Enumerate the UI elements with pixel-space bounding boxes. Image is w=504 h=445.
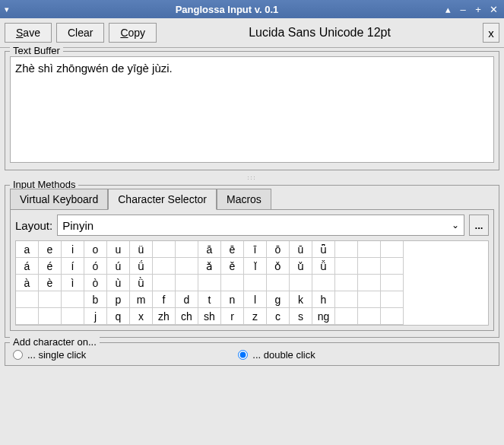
char-cell[interactable]: ǚ <box>312 258 335 275</box>
char-cell[interactable]: t <box>198 291 221 308</box>
tab-character-selector[interactable]: Character Selector <box>108 189 217 210</box>
single-click-label: ... single click <box>27 349 86 361</box>
char-cell-empty <box>39 308 62 325</box>
char-cell-empty <box>153 258 176 275</box>
shade-icon[interactable]: ▴ <box>442 4 454 15</box>
single-click-option[interactable]: ... single click <box>13 349 86 361</box>
char-cell[interactable]: r <box>221 308 244 325</box>
close-font-button[interactable]: x <box>483 23 499 43</box>
char-cell[interactable]: ǎ <box>198 258 221 275</box>
char-cell[interactable]: í <box>62 258 84 275</box>
char-cell[interactable]: o <box>84 241 107 258</box>
char-cell[interactable]: x <box>130 308 153 325</box>
char-cell-empty <box>381 291 404 308</box>
clear-button[interactable]: Clear <box>56 23 104 43</box>
char-cell[interactable]: ǖ <box>312 241 335 258</box>
char-cell[interactable]: f <box>153 291 176 308</box>
char-cell[interactable]: h <box>312 291 335 308</box>
char-cell[interactable]: p <box>107 291 130 308</box>
char-cell[interactable]: ü <box>130 241 153 258</box>
char-cell[interactable]: ch <box>176 308 198 325</box>
char-cell[interactable]: à <box>16 275 39 291</box>
char-cell-empty <box>381 308 404 325</box>
char-cell[interactable]: c <box>267 308 290 325</box>
char-cell[interactable]: z <box>244 308 267 325</box>
save-button[interactable]: Save <box>5 23 52 43</box>
input-methods-group: Input Methods Virtual Keyboard Character… <box>5 185 499 338</box>
char-cell[interactable]: k <box>290 291 312 308</box>
char-cell-empty <box>153 275 176 291</box>
single-click-radio[interactable] <box>13 350 23 360</box>
char-cell[interactable]: d <box>176 291 198 308</box>
char-cell[interactable]: á <box>16 258 39 275</box>
char-cell-empty <box>335 241 358 258</box>
char-cell[interactable]: ū <box>290 241 312 258</box>
tab-virtual-keyboard[interactable]: Virtual Keyboard <box>10 189 108 210</box>
char-cell[interactable]: ó <box>84 258 107 275</box>
char-cell-empty <box>335 308 358 325</box>
char-cell-empty <box>335 258 358 275</box>
char-cell[interactable]: ì <box>62 275 84 291</box>
char-cell-empty <box>176 275 198 291</box>
char-cell-empty <box>176 241 198 258</box>
char-cell[interactable]: zh <box>153 308 176 325</box>
char-cell[interactable]: u <box>107 241 130 258</box>
char-cell[interactable]: ǘ <box>130 258 153 275</box>
char-cell[interactable]: ng <box>312 308 335 325</box>
text-buffer-input[interactable] <box>10 56 494 163</box>
char-cell-empty <box>290 275 312 291</box>
character-grid: aeiouüāēīōūǖáéíóúǘǎěǐǒǔǚàèìòùǜbpmfdtnlgk… <box>15 240 489 326</box>
char-cell[interactable]: ǔ <box>290 258 312 275</box>
double-click-option[interactable]: ... double click <box>238 349 315 361</box>
tab-content: Layout: Pinyin ⌄ ... aeiouüāēīōūǖáéíóúǘǎ… <box>10 209 494 331</box>
char-cell-empty <box>221 275 244 291</box>
char-cell[interactable]: ù <box>107 275 130 291</box>
layout-label: Layout: <box>15 219 52 232</box>
char-cell[interactable]: j <box>84 308 107 325</box>
layout-select[interactable]: Pinyin ⌄ <box>57 215 464 236</box>
double-click-label: ... double click <box>252 349 315 361</box>
char-cell[interactable]: ò <box>84 275 107 291</box>
char-cell[interactable]: è <box>39 275 62 291</box>
double-click-radio[interactable] <box>238 350 248 360</box>
char-cell[interactable]: ē <box>221 241 244 258</box>
char-cell[interactable]: é <box>39 258 62 275</box>
char-cell-empty <box>62 308 84 325</box>
char-cell[interactable]: g <box>267 291 290 308</box>
char-cell[interactable]: s <box>290 308 312 325</box>
toolbar: Save Clear Copy Lucida Sans Unicode 12pt… <box>0 18 504 48</box>
char-cell-empty <box>358 291 381 308</box>
text-buffer-label: Text Buffer <box>10 45 63 56</box>
char-cell-empty <box>358 258 381 275</box>
app-menu-icon[interactable]: ▾ <box>5 5 9 14</box>
char-cell[interactable]: m <box>130 291 153 308</box>
char-cell-empty <box>381 258 404 275</box>
char-cell[interactable]: ō <box>267 241 290 258</box>
char-cell[interactable]: sh <box>198 308 221 325</box>
char-cell[interactable]: ǐ <box>244 258 267 275</box>
tabs: Virtual Keyboard Character Selector Macr… <box>5 186 499 210</box>
layout-more-button[interactable]: ... <box>469 215 489 236</box>
char-cell[interactable]: q <box>107 308 130 325</box>
tab-macros[interactable]: Macros <box>217 189 271 210</box>
maximize-icon[interactable]: + <box>472 4 484 15</box>
close-icon[interactable]: ✕ <box>487 4 499 15</box>
char-cell[interactable]: b <box>84 291 107 308</box>
minimize-icon[interactable]: – <box>457 4 469 15</box>
char-cell[interactable]: ā <box>198 241 221 258</box>
char-cell[interactable]: ě <box>221 258 244 275</box>
char-cell[interactable]: i <box>62 241 84 258</box>
click-mode-label: Add character on... <box>10 336 100 348</box>
char-cell[interactable]: ī <box>244 241 267 258</box>
char-cell[interactable]: l <box>244 291 267 308</box>
window-title: Panglossa Input v. 0.1 <box>12 4 442 15</box>
text-buffer-group: Text Buffer <box>5 51 499 170</box>
char-cell[interactable]: ǜ <box>130 275 153 291</box>
chevron-down-icon: ⌄ <box>452 220 459 230</box>
char-cell[interactable]: n <box>221 291 244 308</box>
char-cell[interactable]: ǒ <box>267 258 290 275</box>
copy-button[interactable]: Copy <box>109 23 157 43</box>
char-cell[interactable]: ú <box>107 258 130 275</box>
char-cell[interactable]: e <box>39 241 62 258</box>
char-cell[interactable]: a <box>16 241 39 258</box>
